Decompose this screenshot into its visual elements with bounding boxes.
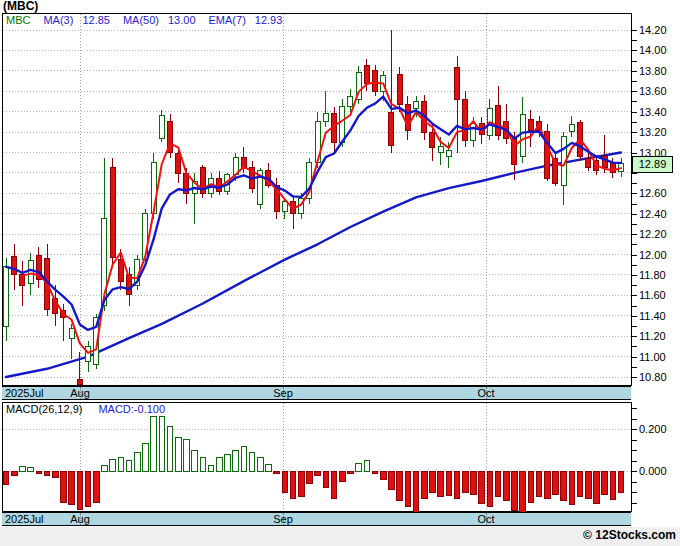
- watermark: © 12Stocks.com: [583, 528, 676, 542]
- price-axis-tick: [632, 285, 637, 286]
- price-axis-label: 11.40: [639, 310, 666, 322]
- macd-axis-tick: [632, 450, 637, 451]
- price-axis-label: 12.20: [639, 228, 667, 240]
- price-axis-tick: [632, 91, 637, 92]
- date-axis-bottom: 2025JulAugSepOct: [2, 512, 631, 526]
- price-axis-label: 11.60: [639, 289, 666, 301]
- price-axis-label: 12.60: [639, 187, 667, 199]
- month-label: 2025Jul: [5, 513, 44, 525]
- ma3-label: MA(3): [43, 14, 73, 26]
- price-axis-tick: [632, 377, 637, 378]
- price-axis-tick: [632, 101, 637, 102]
- price-axis-label: 14.00: [639, 44, 667, 56]
- price-axis-tick: [632, 346, 637, 347]
- price-axis-label: 13.80: [639, 65, 667, 77]
- current-price-badge: 12.89: [632, 156, 673, 173]
- date-axis-top: 2025JulAugSepOct: [2, 386, 631, 400]
- price-axis-tick: [632, 224, 637, 225]
- price-axis-tick: [632, 316, 637, 317]
- page-title: (MBC): [3, 0, 38, 13]
- price-axis-tick: [632, 295, 637, 296]
- price-axis-tick: [632, 367, 637, 368]
- price-axis-tick: [632, 61, 637, 62]
- month-label: Aug: [70, 513, 90, 525]
- month-label: Sep: [273, 513, 293, 525]
- month-label: Oct: [477, 387, 494, 399]
- macd-axis-tick: [632, 429, 637, 430]
- price-axis-tick: [632, 153, 637, 154]
- price-axis-tick: [632, 234, 637, 235]
- price-axis-tick: [632, 122, 637, 123]
- price-axis-tick: [632, 265, 637, 266]
- macd-panel: MACD(26,12,9)MACD:-0.100: [2, 402, 632, 512]
- ema7-label: EMA(7): [209, 14, 246, 26]
- price-axis-label: 12.00: [639, 249, 667, 261]
- price-axis-label: 13.40: [639, 106, 667, 118]
- price-axis-label: 13.20: [639, 126, 667, 138]
- ma50-label: MA(50): [123, 14, 159, 26]
- price-axis-tick: [632, 183, 637, 184]
- price-axis-tick: [632, 255, 637, 256]
- price-axis-label: 12.40: [639, 208, 667, 220]
- price-axis-tick: [632, 326, 637, 327]
- price-axis-tick: [632, 336, 637, 337]
- price-axis-tick: [632, 50, 637, 51]
- price-axis: 10.8011.0011.2011.4011.6011.8012.0012.20…: [632, 13, 680, 387]
- price-chart-legend: MBCMA(3)12.85MA(50)13.00EMA(7)12.93: [6, 14, 295, 27]
- month-label: Sep: [273, 387, 293, 399]
- price-chart-canvas: [2, 13, 632, 386]
- price-axis-tick: [632, 275, 637, 276]
- macd-name: MACD(26,12,9): [6, 403, 82, 415]
- month-label: Oct: [477, 513, 494, 525]
- macd-axis-tick: [632, 503, 637, 504]
- price-axis-tick: [632, 204, 637, 205]
- macd-axis: 0.2000.000: [632, 402, 680, 514]
- ema7-value: 12.93: [255, 14, 283, 26]
- price-axis-label: 10.80: [639, 371, 667, 383]
- ma3-value: 12.85: [82, 14, 110, 26]
- price-chart-panel: MBCMA(3)12.85MA(50)13.00EMA(7)12.93: [2, 13, 632, 386]
- price-axis-tick: [632, 71, 637, 72]
- price-axis-tick: [632, 214, 637, 215]
- price-axis-label: 13.60: [639, 85, 667, 97]
- footer-strip: © 12Stocks.com: [0, 527, 680, 546]
- price-axis-label: 11.80: [639, 269, 666, 281]
- ticker-symbol: MBC: [6, 14, 30, 26]
- price-axis-tick: [632, 132, 637, 133]
- price-axis-label: 14.20: [639, 24, 667, 36]
- macd-axis-tick: [632, 408, 637, 409]
- macd-value: MACD:-0.100: [98, 403, 165, 415]
- price-axis-label: 11.20: [639, 330, 666, 342]
- month-label: 2025Jul: [5, 387, 44, 399]
- macd-canvas: [2, 402, 632, 512]
- price-axis-tick: [632, 244, 637, 245]
- price-axis-tick: [632, 40, 637, 41]
- macd-axis-tick: [632, 482, 637, 483]
- month-label: Aug: [70, 387, 90, 399]
- macd-axis-tick: [632, 419, 637, 420]
- price-axis-tick: [632, 142, 637, 143]
- macd-axis-tick: [632, 471, 637, 472]
- macd-axis-label: 0.200: [639, 423, 667, 435]
- price-axis-tick: [632, 306, 637, 307]
- price-axis-label: 11.00: [639, 351, 666, 363]
- macd-axis-tick: [632, 492, 637, 493]
- price-axis-tick: [632, 357, 637, 358]
- price-axis-tick: [632, 81, 637, 82]
- price-axis-tick: [632, 193, 637, 194]
- macd-axis-tick: [632, 461, 637, 462]
- price-axis-tick: [632, 30, 637, 31]
- price-axis-tick: [632, 173, 637, 174]
- macd-axis-label: 0.000: [639, 465, 667, 477]
- macd-legend: MACD(26,12,9)MACD:-0.100: [6, 403, 165, 416]
- ma50-value: 13.00: [168, 14, 196, 26]
- price-axis-tick: [632, 112, 637, 113]
- macd-axis-tick: [632, 440, 637, 441]
